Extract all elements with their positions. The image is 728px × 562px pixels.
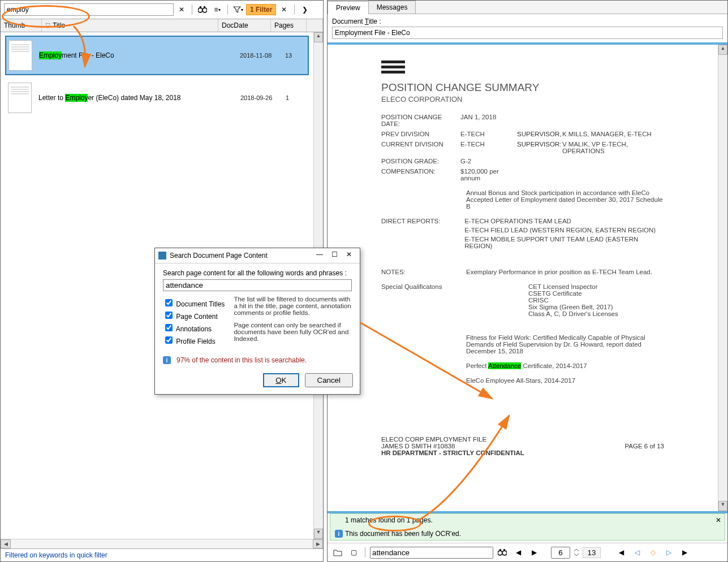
preview-vertical-scrollbar[interactable]: ▲ ▼ [718,45,727,511]
svg-rect-3 [204,6,205,8]
info-icon: i [163,356,171,364]
row-pages: 13 [285,52,308,59]
page-search-input[interactable] [370,547,493,559]
current-page-input[interactable] [551,547,570,559]
search-dialog: Search Document Page Content — ☐ ✕ Searc… [154,248,360,395]
anno-circle-bottom-search [368,516,421,531]
dialog-status-text: 97% of the content in this list is searc… [176,356,307,364]
dialog-help1: The list will be filtered to documents w… [234,296,352,316]
open-folder-icon[interactable] [331,546,344,559]
col-pages[interactable]: Pages [271,19,307,32]
preview-scroll-up-icon[interactable]: ▲ [718,45,727,55]
dialog-checkboxes: Document Titles Page Content Annotations… [163,296,225,347]
attendance-text: Perfect Attendance Certificate, 2014-201… [466,362,664,369]
special-qual-label: Special Qualificatons [381,283,466,317]
tab-preview[interactable]: Preview [328,1,369,14]
total-pages [583,547,601,558]
compensation-note: Annual Bonus and Stock participation in … [466,189,664,210]
right-tabs: Preview Messages [328,1,727,14]
active-filter-badge[interactable]: 1 Filter [246,4,276,15]
check-annotations[interactable]: Annotations [163,322,225,333]
close-icon[interactable]: ✕ [342,250,356,261]
dialog-title: Search Document Page Content [170,252,268,260]
check-page-content[interactable]: Page Content [163,310,225,321]
prev-match-icon[interactable]: ◀ [511,546,525,559]
ok-button[interactable]: OK [263,373,299,387]
footer-page: PAGE 6 of 13 [625,443,664,449]
hamburger-icon [381,60,664,74]
anno-circle-search [2,5,90,28]
document-page: POSITION CHANGE SUMMARY ELECO CORPORATIO… [364,49,681,462]
horizontal-scrollbar[interactable]: ◀ ▶ [1,539,323,548]
binoculars-search-icon[interactable] [496,546,509,559]
next-match-icon[interactable]: ▶ [527,546,541,559]
cancel-button[interactable]: Cancel [305,373,354,387]
footer-line1: ELECO CORP EMPLOYMENT FILE [381,436,664,443]
fitness-text: Fitness for Field Work: Certified Medica… [466,334,664,355]
svg-rect-6 [499,549,501,551]
preview-scroll-down-icon[interactable]: ▼ [718,501,727,511]
next-page-icon[interactable]: ▷ [662,546,675,559]
page-spinner-icon[interactable] [572,546,580,559]
first-page-icon[interactable]: ◀ [614,546,628,559]
tab-messages[interactable]: Messages [368,1,416,14]
col-docdate[interactable]: DocDate [218,19,271,32]
dialog-search-input[interactable] [163,279,352,291]
doc-row[interactable]: Letter to Employer (EleCo) dated May 18,… [5,79,309,117]
info-icon: i [335,530,343,538]
bottom-toolbar: ▢ ◀ ▶ ◀ ◁ ◇ ▷ ▶ [328,543,727,561]
last-page-icon[interactable]: ▶ [678,546,691,559]
page-h1: POSITION CHANGE SUMMARY [381,81,664,94]
row-date: 2018-09-26 [240,94,286,101]
close-status-icon[interactable]: ✕ [716,516,721,524]
left-statusbar: Filtered on keywords in quick filter [1,548,323,561]
svg-rect-7 [503,549,505,551]
next-icon[interactable]: ❯ [298,3,312,16]
check-profile-fields[interactable]: Profile Fields [163,335,225,345]
doc-title-label: Document Title : [332,18,381,25]
dialog-prompt: Search page content for all the followin… [163,269,352,277]
row-pages: 1 [286,94,308,101]
direct-reports-label: DIRECT REPORTS: [381,218,464,252]
binoculars-icon[interactable] [196,3,209,16]
page-h2: ELECO CORPORATION [381,95,664,103]
thumbnail [8,83,32,113]
filter-icon[interactable]: ▾ [231,3,245,16]
notes-label: NOTES: [381,269,466,275]
thumbnail [8,40,32,71]
doc-row[interactable]: Employment File - EleCo2018-11-0813 [5,36,309,75]
scroll-right-icon[interactable]: ▶ [313,539,323,548]
scroll-left-icon[interactable]: ◀ [1,539,11,548]
scroll-up-icon[interactable]: ▲ [314,32,323,42]
field-row: CURRENT DIVISIONE-TECHSUPERVISOR:V MALIK… [381,141,664,154]
field-row: COMPENSATION:$120,000 per annum [381,168,664,181]
row-title: Employment File - EleCo [39,51,240,59]
allstars-text: EleCo Employee All-Stars, 2014-2017 [466,377,664,384]
svg-point-0 [198,8,203,12]
svg-point-1 [203,8,207,12]
header-scroll-spacer [307,19,323,32]
footer-line2: JAMES D SMITH #10838 [381,443,455,449]
footer-line3: HR DEPARTMENT - STRICTLY CONFIDENTIAL [381,449,664,456]
clear-filter-icon[interactable]: ✕ [277,3,291,16]
notes-text: Exemplary Performance in prior position … [466,269,664,275]
svg-rect-2 [200,6,201,8]
field-row: POSITION CHANGE DATE:JAN 1, 2018 [381,114,664,127]
direct-reports-list: E-TECH OPERATIONS TEAM LEADE-TECH FIELD … [464,218,664,252]
prev-page-icon[interactable]: ◁ [630,546,644,559]
list-view-icon[interactable]: ≡▾ [210,3,224,16]
window-icon[interactable]: ▢ [347,546,360,559]
check-document-titles[interactable]: Document Titles [163,297,225,308]
scroll-down-icon[interactable]: ▼ [314,529,323,539]
field-row: POSITION GRADE:G-2 [381,158,664,165]
preview-scroll[interactable]: POSITION CHANGE SUMMARY ELECO CORPORATIO… [328,45,718,511]
doc-title-input[interactable] [332,27,723,39]
clear-search-icon[interactable]: ✕ [175,3,188,16]
maximize-icon[interactable]: ☐ [327,250,342,261]
diamond-icon[interactable]: ◇ [646,546,660,559]
minimize-icon[interactable]: — [312,250,327,261]
app-icon [158,252,166,260]
field-row: PREV DIVISIONE-TECHSUPERVISOR,K MILLS, M… [381,131,664,137]
dialog-help2: Page content can only be searched if doc… [234,322,352,342]
svg-point-4 [498,551,502,555]
